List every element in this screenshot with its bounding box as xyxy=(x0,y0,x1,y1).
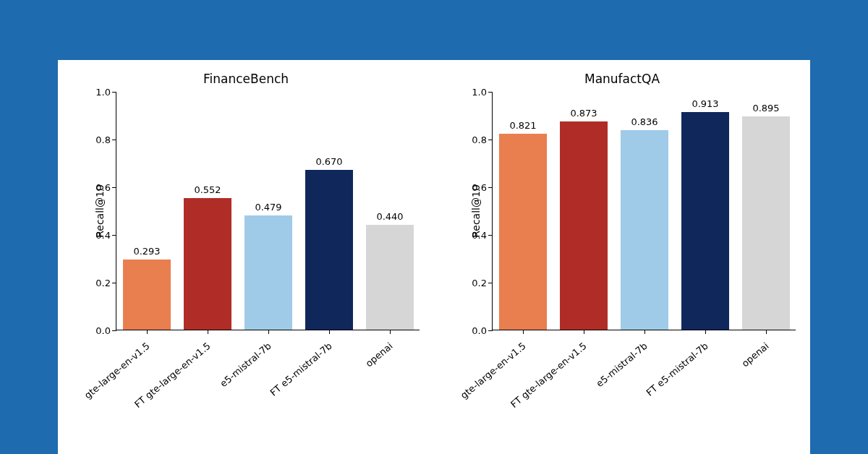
y-tick xyxy=(112,140,116,140)
y-tick xyxy=(488,187,493,188)
bar xyxy=(305,170,353,330)
bar-value-label: 0.873 xyxy=(555,108,613,119)
chart-title: FinanceBench xyxy=(58,72,434,86)
chart-axes: Recall@10 0.00.20.40.60.81.00.821gte-lar… xyxy=(492,92,796,330)
bar xyxy=(621,130,668,330)
bar xyxy=(366,225,414,330)
y-tick xyxy=(488,140,493,140)
y-tick xyxy=(488,92,493,93)
bar xyxy=(123,260,171,330)
y-tick xyxy=(488,283,493,283)
chart-panels: FinanceBench Recall@10 0.00.20.40.60.81.… xyxy=(58,60,810,436)
y-tick-label: 1.0 xyxy=(467,87,487,98)
bar-value-label: 0.913 xyxy=(676,98,734,109)
y-tick xyxy=(112,92,116,93)
y-tick-label: 1.0 xyxy=(90,87,111,98)
bar xyxy=(499,134,547,330)
y-tick xyxy=(488,235,493,236)
bar-value-label: 0.821 xyxy=(494,120,552,131)
x-tick xyxy=(584,330,584,334)
chart-title: ManufactQA xyxy=(434,72,810,86)
chart-panel-manufactqa: ManufactQA Recall@10 0.00.20.40.60.81.00… xyxy=(434,60,810,436)
y-tick xyxy=(112,283,116,283)
x-tick xyxy=(644,330,645,334)
y-tick-label: 0.2 xyxy=(467,278,487,288)
y-tick xyxy=(112,187,116,188)
bar xyxy=(681,112,729,330)
bar-value-label: 0.670 xyxy=(300,156,358,167)
y-tick-label: 0.2 xyxy=(90,278,111,288)
y-tick-label: 0.0 xyxy=(90,325,111,336)
bar-value-label: 0.836 xyxy=(616,116,673,127)
bar-value-label: 0.552 xyxy=(179,184,237,195)
bar-value-label: 0.895 xyxy=(737,103,795,113)
x-tick xyxy=(523,330,524,334)
chart-panel-financebench: FinanceBench Recall@10 0.00.20.40.60.81.… xyxy=(58,60,434,436)
bar xyxy=(244,215,292,330)
chart-axes: Recall@10 0.00.20.40.60.81.00.293gte-lar… xyxy=(116,92,420,330)
y-tick-label: 0.0 xyxy=(467,325,487,336)
y-tick-label: 0.4 xyxy=(90,230,111,241)
x-tick xyxy=(766,330,767,334)
y-tick-label: 0.6 xyxy=(90,182,111,193)
x-tick xyxy=(268,330,269,334)
bar-value-label: 0.440 xyxy=(361,211,419,222)
x-tick xyxy=(705,330,706,334)
y-tick xyxy=(112,330,116,331)
y-tick-label: 0.6 xyxy=(467,182,487,193)
bar xyxy=(560,121,608,330)
y-tick-label: 0.8 xyxy=(90,134,111,145)
bar xyxy=(184,198,231,330)
y-tick-label: 0.8 xyxy=(467,134,487,145)
bar-value-label: 0.479 xyxy=(239,202,297,213)
y-tick-label: 0.4 xyxy=(467,230,487,241)
bar-value-label: 0.293 xyxy=(118,246,176,257)
x-tick xyxy=(329,330,330,334)
y-tick xyxy=(112,235,116,236)
x-tick xyxy=(390,330,391,334)
bar xyxy=(742,116,790,330)
x-tick xyxy=(208,330,208,334)
y-tick xyxy=(488,330,493,331)
chart-frame: FinanceBench Recall@10 0.00.20.40.60.81.… xyxy=(58,60,810,454)
x-tick xyxy=(147,330,148,334)
